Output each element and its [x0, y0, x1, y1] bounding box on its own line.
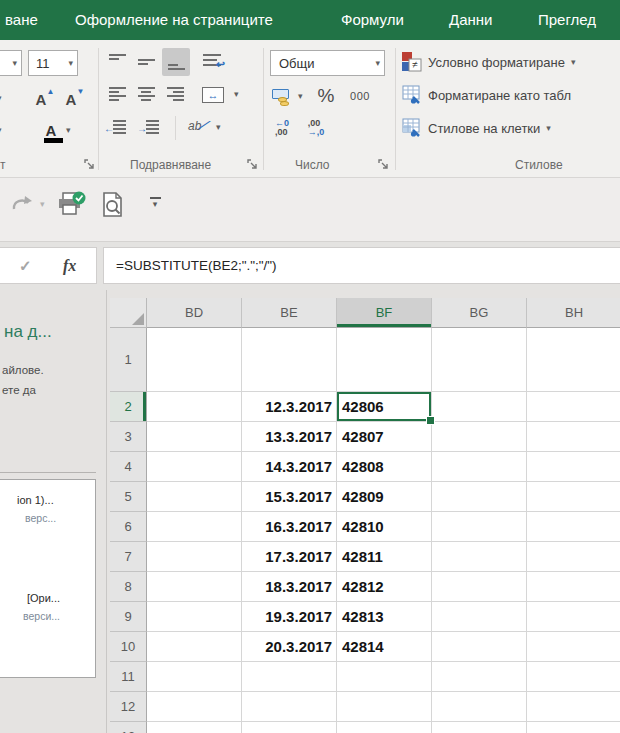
- decrease-font-button[interactable]: A▼: [58, 86, 84, 112]
- select-all-corner[interactable]: [110, 298, 147, 328]
- cell-BD9[interactable]: [147, 602, 242, 632]
- cell-BE2[interactable]: 12.3.2017: [242, 392, 337, 422]
- accounting-format-button[interactable]: [270, 84, 294, 108]
- cell-BH10[interactable]: [527, 632, 620, 662]
- cell-BF10[interactable]: 42814: [337, 632, 432, 662]
- cell-BE4[interactable]: 14.3.2017: [242, 452, 337, 482]
- cell-BD11[interactable]: [147, 662, 242, 692]
- cell-BH4[interactable]: [527, 452, 620, 482]
- redo-button[interactable]: [8, 190, 36, 216]
- row-header-2[interactable]: 2: [110, 392, 147, 422]
- font-color-button[interactable]: A: [38, 116, 64, 144]
- cell-BF13[interactable]: [337, 722, 432, 733]
- increase-font-button[interactable]: A▲: [28, 86, 54, 112]
- merge-center-dropdown[interactable]: ▾: [234, 90, 239, 99]
- cell-BF1[interactable]: [337, 328, 432, 392]
- row-header-3[interactable]: 3: [110, 422, 147, 452]
- font-name-combo[interactable]: ▾: [0, 50, 22, 76]
- row-header-13[interactable]: 13: [110, 722, 147, 733]
- cell-BF5[interactable]: 42809: [337, 482, 432, 512]
- cell-BE11[interactable]: [242, 662, 337, 692]
- cell-BE3[interactable]: 13.3.2017: [242, 422, 337, 452]
- cell-BH6[interactable]: [527, 512, 620, 542]
- comma-style-button[interactable]: 000: [344, 84, 376, 108]
- tab-review[interactable]: Преглед: [538, 0, 596, 40]
- cell-BG13[interactable]: [432, 722, 527, 733]
- cell-BF6[interactable]: 42810: [337, 512, 432, 542]
- alignment-dialog-launcher[interactable]: [246, 158, 259, 171]
- cell-BG5[interactable]: [432, 482, 527, 512]
- format-as-table-button[interactable]: Форматиране като табл: [402, 85, 571, 105]
- cell-BH7[interactable]: [527, 542, 620, 572]
- cell-BH13[interactable]: [527, 722, 620, 733]
- cell-BD7[interactable]: [147, 542, 242, 572]
- number-format-combo[interactable]: Общи ▾: [270, 50, 385, 76]
- row-header-7[interactable]: 7: [110, 542, 147, 572]
- cell-BG1[interactable]: [432, 328, 527, 392]
- increase-decimal-button[interactable]: ←0 ,00: [268, 114, 296, 142]
- cell-BD1[interactable]: [147, 328, 242, 392]
- quick-print-button[interactable]: [56, 190, 88, 220]
- row-header-12[interactable]: 12: [110, 692, 147, 722]
- cell-BF9[interactable]: 42813: [337, 602, 432, 632]
- cell-BE9[interactable]: 19.3.2017: [242, 602, 337, 632]
- cell-BD4[interactable]: [147, 452, 242, 482]
- row-header-1[interactable]: 1: [110, 328, 147, 392]
- cell-BG8[interactable]: [432, 572, 527, 602]
- formula-input[interactable]: =SUBSTITUTE(BE2;".";"/"): [103, 247, 620, 284]
- column-header-BH[interactable]: BH: [527, 298, 620, 328]
- row-header-9[interactable]: 9: [110, 602, 147, 632]
- cell-BH12[interactable]: [527, 692, 620, 722]
- row-header-11[interactable]: 11: [110, 662, 147, 692]
- cell-BD8[interactable]: [147, 572, 242, 602]
- cell-BD10[interactable]: [147, 632, 242, 662]
- cell-BE10[interactable]: 20.3.2017: [242, 632, 337, 662]
- font-size-combo[interactable]: 11 ▾: [28, 50, 78, 76]
- cell-BF2[interactable]: 42806: [337, 392, 432, 422]
- tab-page-layout[interactable]: Оформление на страниците: [75, 0, 273, 40]
- wrap-text-button[interactable]: ↩: [198, 48, 228, 75]
- column-header-BG[interactable]: BG: [432, 298, 527, 328]
- cell-BF4[interactable]: 42808: [337, 452, 432, 482]
- decrease-decimal-button[interactable]: ,00 →,0: [302, 114, 330, 142]
- cell-BD6[interactable]: [147, 512, 242, 542]
- font-color-dropdown[interactable]: ▾: [66, 126, 71, 135]
- cell-BH5[interactable]: [527, 482, 620, 512]
- align-top-button[interactable]: [104, 48, 130, 75]
- align-middle-button[interactable]: [133, 48, 159, 75]
- cell-BE1[interactable]: [242, 328, 337, 392]
- column-header-BD[interactable]: BD: [147, 298, 242, 328]
- cell-BE7[interactable]: 17.3.2017: [242, 542, 337, 572]
- cell-BE12[interactable]: [242, 692, 337, 722]
- insert-function-button[interactable]: fx: [63, 257, 76, 275]
- cell-BG11[interactable]: [432, 662, 527, 692]
- cell-BE8[interactable]: 18.3.2017: [242, 572, 337, 602]
- font-dialog-launcher[interactable]: [83, 158, 96, 171]
- cell-BD12[interactable]: [147, 692, 242, 722]
- percent-style-button[interactable]: %: [312, 82, 340, 110]
- cell-BH9[interactable]: [527, 602, 620, 632]
- cell-BG7[interactable]: [432, 542, 527, 572]
- cell-BF12[interactable]: [337, 692, 432, 722]
- cell-BE6[interactable]: 16.3.2017: [242, 512, 337, 542]
- customize-qat-button[interactable]: ▾: [144, 190, 166, 216]
- number-dialog-launcher[interactable]: [377, 158, 390, 171]
- print-preview-button[interactable]: [97, 190, 129, 220]
- conditional-formatting-button[interactable]: ≠ Условно форматиране ▾: [402, 52, 575, 72]
- fill-color-dropdown-fragment[interactable]: ▾: [0, 126, 2, 135]
- tab-formulas[interactable]: Формули: [341, 0, 404, 40]
- cell-BH8[interactable]: [527, 572, 620, 602]
- row-header-6[interactable]: 6: [110, 512, 147, 542]
- orientation-dropdown[interactable]: ▾: [216, 123, 221, 132]
- cell-BF8[interactable]: 42812: [337, 572, 432, 602]
- redo-dropdown[interactable]: ▾: [40, 200, 45, 209]
- cell-BG10[interactable]: [432, 632, 527, 662]
- cell-BG9[interactable]: [432, 602, 527, 632]
- cell-BD13[interactable]: [147, 722, 242, 733]
- row-header-10[interactable]: 10: [110, 632, 147, 662]
- cell-BE13[interactable]: [242, 722, 337, 733]
- decrease-indent-button[interactable]: ←: [100, 114, 130, 141]
- row-header-5[interactable]: 5: [110, 482, 147, 512]
- column-header-BF[interactable]: BF: [337, 298, 432, 328]
- cell-BF7[interactable]: 42811: [337, 542, 432, 572]
